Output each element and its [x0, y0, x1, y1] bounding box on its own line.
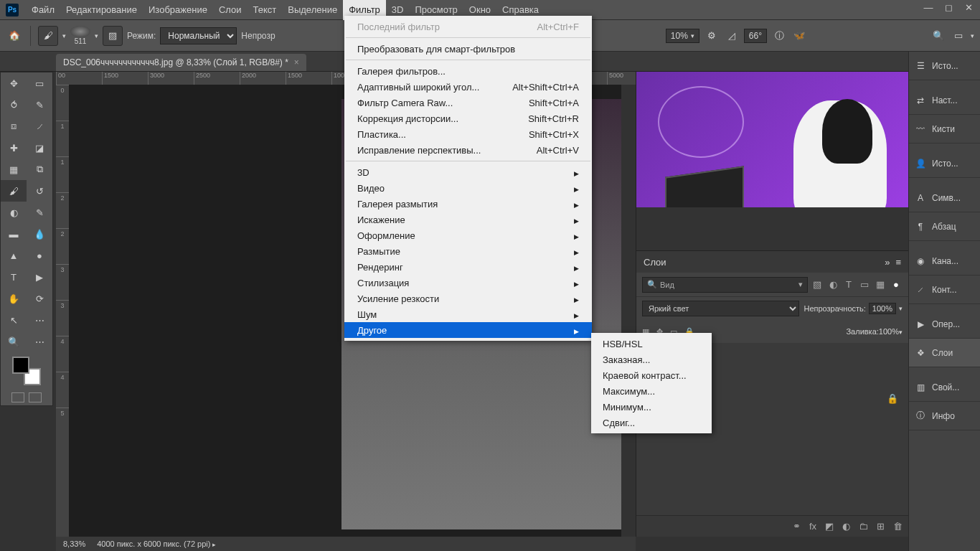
maximize-icon[interactable]: ◻ [940, 0, 957, 14]
filter-type-icon[interactable]: T [842, 278, 855, 291]
crop-tool[interactable]: ⧈ [1, 116, 27, 137]
eraser-tool[interactable]: ◪ [27, 137, 52, 159]
brush-settings-button[interactable]: ▨ [103, 26, 123, 46]
panel-menu-icon[interactable]: ≡ [895, 257, 901, 268]
submenu-offset[interactable]: Сдвиг... [591, 415, 712, 430]
more-tools[interactable]: ⋯ [27, 309, 52, 331]
search-icon[interactable]: 🔍 [930, 28, 946, 44]
butterfly-icon[interactable]: 🦋 [791, 28, 807, 44]
hand-tool[interactable]: ✋ [1, 288, 27, 309]
layer-filter-kind[interactable]: 🔍Вид▾ [642, 277, 808, 293]
tab-character[interactable]: AСимв... [909, 184, 980, 212]
mask-icon[interactable]: ◩ [825, 521, 834, 532]
document-tab[interactable]: DSC_006чччччччччччч8.jpg @ 8,33% (Слой 1… [56, 54, 306, 71]
color-swatches[interactable] [1, 352, 52, 390]
history-brush-tool[interactable]: ↺ [27, 180, 52, 202]
tab-info[interactable]: ⓘИнфо [909, 402, 980, 430]
filter-shape-icon[interactable]: ▭ [858, 278, 871, 291]
submenu-custom[interactable]: Заказная... [591, 352, 712, 367]
type-tool[interactable]: T [1, 266, 27, 288]
blend-mode-select[interactable]: Нормальный [160, 27, 237, 44]
workspace-icon[interactable]: ▭ [951, 28, 966, 44]
group-icon[interactable]: 🗀 [859, 521, 868, 532]
menu-file[interactable]: Файл [26, 0, 60, 20]
gradient-tool[interactable]: ▬ [1, 223, 27, 245]
close-icon[interactable]: ✕ [960, 0, 977, 14]
tool-preset-picker[interactable]: 🖌 [38, 26, 58, 46]
zoom-level[interactable]: 8,33% [63, 540, 85, 548]
move-tool[interactable]: ✥ [1, 72, 27, 94]
tab-adjustments[interactable]: ⇄Наст... [909, 86, 980, 115]
menu-select[interactable]: Выделение [282, 0, 343, 20]
shape-tool[interactable]: ● [27, 245, 52, 266]
tab-history2[interactable]: 👤Исто... [909, 149, 980, 178]
menu-stylize-sub[interactable]: Стилизация [344, 275, 592, 291]
menu-camera-raw[interactable]: Фильтр Camera Raw...Shift+Ctrl+A [344, 95, 592, 110]
quick-select-tool[interactable]: ✎ [27, 94, 52, 116]
menu-edit[interactable]: Редактирование [60, 0, 143, 20]
menu-distort-sub[interactable]: Искажение [344, 212, 592, 227]
menu-sharpen-sub[interactable]: Усиление резкости [344, 291, 592, 306]
tab-layers[interactable]: ❖Слои [909, 339, 980, 367]
tab-history[interactable]: ☰Исто... [909, 52, 980, 80]
rotate-tool[interactable]: ⟳ [27, 288, 52, 309]
adjustment-icon[interactable]: ◐ [842, 521, 850, 532]
menu-last-filter[interactable]: Последний фильтрAlt+Ctrl+F [344, 19, 592, 34]
angle-field[interactable]: 66° [744, 29, 767, 43]
new-layer-icon[interactable]: ⊞ [877, 521, 885, 532]
chevron-down-icon[interactable]: ▾ [95, 32, 98, 39]
chevron-down-icon[interactable]: ▾ [62, 32, 66, 39]
menu-pixelate-sub[interactable]: Оформление [344, 227, 592, 243]
menu-filter-gallery[interactable]: Галерея фильтров... [344, 63, 592, 79]
tab-channels[interactable]: ◉Кана... [909, 247, 980, 276]
symmetry-icon[interactable]: ⓘ [771, 28, 787, 44]
path-select-tool[interactable]: ▶ [27, 266, 52, 288]
menu-video-sub[interactable]: Видео [344, 180, 592, 196]
eyedropper-tool[interactable]: ⟋ [27, 116, 52, 137]
submenu-minimum[interactable]: Минимум... [591, 399, 712, 415]
brush-tool[interactable]: 🖌 [1, 180, 27, 202]
delete-layer-icon[interactable]: 🗑 [893, 521, 903, 532]
menu-layers[interactable]: Слои [213, 0, 248, 20]
menu-vanishing-point[interactable]: Исправление перспективы...Alt+Ctrl+V [344, 142, 592, 158]
panel-collapse-icon[interactable]: » [885, 257, 890, 268]
menu-other-sub[interactable]: Другое [344, 322, 592, 338]
pencil-tool[interactable]: ✎ [27, 202, 52, 223]
filter-adjust-icon[interactable]: ◐ [826, 278, 839, 291]
menu-noise-sub[interactable]: Шум [344, 306, 592, 322]
filter-toggle-icon[interactable]: ● [890, 278, 903, 291]
healing-tool[interactable]: ✚ [1, 137, 27, 159]
link-layers-icon[interactable]: ⚭ [793, 521, 801, 532]
menu-adaptive-wide[interactable]: Адаптивный широкий угол...Alt+Shift+Ctrl… [344, 79, 592, 95]
submenu-high-pass[interactable]: Краевой контраст... [591, 367, 712, 383]
close-tab-icon[interactable]: × [294, 57, 299, 67]
pen-tool[interactable]: ▲ [1, 245, 27, 266]
direct-select-tool[interactable]: ↖ [1, 309, 27, 331]
lasso-tool[interactable]: ⥀ [1, 94, 27, 116]
tab-actions[interactable]: ▶Опер... [909, 310, 980, 339]
blur-tool[interactable]: 💧 [27, 223, 52, 245]
tab-properties[interactable]: ▥Свой... [909, 373, 980, 402]
fill-value[interactable]: 100% [879, 327, 899, 336]
mask-mode-toggle[interactable] [1, 390, 52, 405]
filter-smart-icon[interactable]: ▦ [874, 278, 887, 291]
tab-paths[interactable]: ⟋Конт... [909, 276, 980, 304]
menu-text[interactable]: Текст [248, 0, 283, 20]
menu-lens-correction[interactable]: Коррекция дисторсии...Shift+Ctrl+R [344, 110, 592, 126]
flow-field[interactable]: 10%▾ [666, 29, 699, 43]
marquee-tool[interactable]: ▭ [27, 72, 52, 94]
zoom-tool[interactable]: 🔍 [1, 331, 27, 352]
menu-blur-gallery-sub[interactable]: Галерея размытия [344, 196, 592, 212]
layer-blend-select[interactable]: Яркий свет [642, 301, 799, 316]
frame-tool[interactable]: ▦ [1, 159, 27, 180]
clone-tool[interactable]: ⧉ [27, 159, 52, 180]
opacity-value[interactable]: 100% [869, 303, 896, 314]
minimize-icon[interactable]: — [920, 0, 937, 14]
navigator-preview[interactable] [636, 72, 908, 251]
dodge-tool[interactable]: ◐ [1, 202, 27, 223]
tab-brushes[interactable]: 〰Кисти [909, 115, 980, 143]
tab-paragraph[interactable]: ¶Абзац [909, 212, 980, 241]
menu-blur-sub[interactable]: Размытие [344, 243, 592, 259]
chevron-down-icon[interactable]: ▾ [971, 32, 974, 39]
menu-liquify[interactable]: Пластика...Shift+Ctrl+X [344, 126, 592, 142]
